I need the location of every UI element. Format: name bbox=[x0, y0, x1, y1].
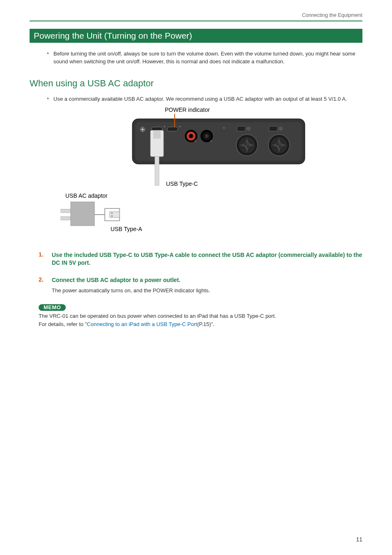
power-indicator-label: POWER indicator bbox=[165, 106, 210, 113]
memo-text: The VRC-01 can be operated on bus power … bbox=[30, 312, 362, 328]
memo-line1: The VRC-01 can be operated on bus power … bbox=[39, 313, 276, 319]
svg-point-15 bbox=[189, 134, 193, 138]
svg-point-8 bbox=[164, 126, 165, 127]
step-number: 1. bbox=[39, 251, 44, 267]
svg-rect-26 bbox=[269, 126, 277, 131]
connection-diagram: POWER indicator USB Type-C USB AC adapto… bbox=[60, 107, 332, 235]
note-item: Use a commercially available USB AC adap… bbox=[47, 95, 362, 103]
step-text: Connect the USB AC adaptor to a power ou… bbox=[52, 276, 210, 284]
usb-ac-adaptor-label: USB AC adaptor bbox=[65, 192, 108, 199]
memo-line2-post: (P.15)". bbox=[197, 321, 214, 327]
usb-type-c-label: USB Type-C bbox=[166, 180, 198, 187]
usb-type-a-label: USB Type-A bbox=[111, 226, 142, 232]
memo-link[interactable]: Connecting to an iPad with a USB Type-C … bbox=[87, 321, 197, 327]
svg-rect-22 bbox=[237, 126, 245, 131]
step-1: 1. Use the included USB Type-C to USB Ty… bbox=[39, 251, 362, 267]
section-heading: Powering the Unit (Turning on the Power) bbox=[30, 29, 362, 43]
svg-rect-31 bbox=[60, 217, 71, 220]
svg-point-27 bbox=[279, 127, 283, 131]
section-notes: Before turning the unit on/off, always b… bbox=[30, 50, 362, 66]
memo-line2-pre: For details, refer to " bbox=[39, 321, 87, 327]
step-number: 2. bbox=[39, 276, 44, 294]
header-breadcrumb: Connecting the Equipment bbox=[30, 12, 362, 21]
page-number: 11 bbox=[356, 536, 362, 543]
svg-rect-34 bbox=[110, 212, 120, 217]
svg-point-19 bbox=[205, 134, 209, 138]
step-2: 2. Connect the USB AC adaptor to a power… bbox=[39, 276, 362, 294]
svg-point-20 bbox=[210, 140, 212, 142]
svg-rect-32 bbox=[71, 202, 95, 226]
svg-rect-11 bbox=[153, 130, 161, 139]
diagram-svg bbox=[60, 107, 332, 235]
svg-point-21 bbox=[223, 127, 225, 129]
step-subtext: The power automatically turns on, and th… bbox=[52, 287, 210, 294]
svg-rect-30 bbox=[60, 209, 71, 213]
step-text: Use the included USB Type-C to USB Type-… bbox=[52, 251, 362, 267]
memo-badge: MEMO bbox=[39, 304, 66, 311]
subheading: When using a USB AC adaptor bbox=[30, 78, 362, 89]
svg-point-16 bbox=[195, 140, 197, 142]
sub-notes: Use a commercially available USB AC adap… bbox=[30, 95, 362, 103]
svg-rect-7 bbox=[167, 127, 178, 131]
svg-rect-36 bbox=[111, 215, 113, 217]
svg-rect-35 bbox=[111, 213, 113, 214]
steps: 1. Use the included USB Type-C to USB Ty… bbox=[30, 251, 362, 294]
note-item: Before turning the unit on/off, always b… bbox=[47, 50, 362, 66]
svg-rect-12 bbox=[155, 157, 159, 185]
svg-point-9 bbox=[180, 126, 181, 127]
svg-point-23 bbox=[247, 127, 251, 131]
